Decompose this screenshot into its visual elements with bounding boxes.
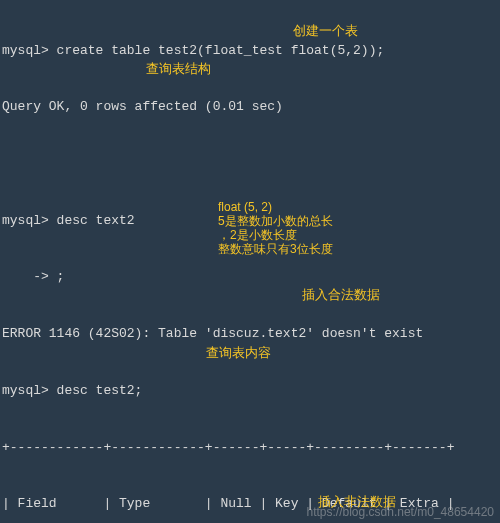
terminal-line: mysql> desc test2; bbox=[2, 382, 498, 401]
annotation-insert-illegal: 插入非法数据 bbox=[318, 493, 396, 512]
annotation-float-explain-4: 整数意味只有3位长度 bbox=[218, 242, 333, 256]
annotation-insert-legal: 插入合法数据 bbox=[302, 286, 380, 305]
terminal-line: mysql> create table test2(float_test flo… bbox=[2, 42, 498, 61]
terminal-line: | Field | Type | Null | Key | Default | … bbox=[2, 495, 498, 514]
terminal-line: -> ; bbox=[2, 268, 498, 287]
terminal-line: +------------+------------+------+-----+… bbox=[2, 439, 498, 458]
terminal-line: Query OK, 0 rows affected (0.01 sec) bbox=[2, 98, 498, 117]
annotation-float-explain-2: 5是整数加小数的总长 bbox=[218, 214, 333, 228]
terminal-output: mysql> create table test2(float_test flo… bbox=[0, 0, 500, 523]
annotation-desc-structure: 查询表结构 bbox=[146, 60, 211, 79]
annotation-create-table: 创建一个表 bbox=[293, 22, 358, 41]
annotation-float-explain-1: float (5, 2) bbox=[218, 200, 272, 214]
terminal-line bbox=[2, 155, 498, 174]
annotation-float-explain-3: ，2是小数长度 bbox=[218, 228, 297, 242]
terminal-line: ERROR 1146 (42S02): Table 'discuz.text2'… bbox=[2, 325, 498, 344]
annotation-select-content: 查询表内容 bbox=[206, 344, 271, 363]
